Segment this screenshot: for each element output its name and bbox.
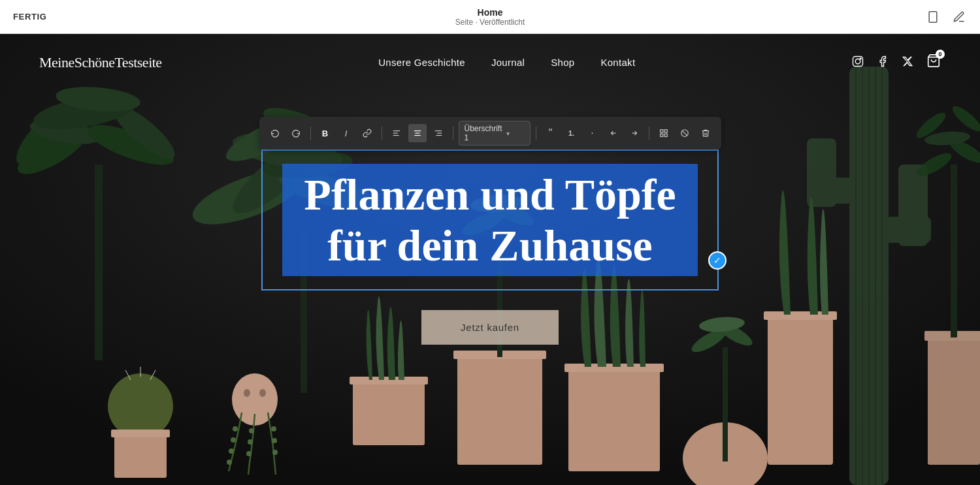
svg-point-44 — [244, 389, 250, 397]
nav-kontakt[interactable]: Kontakt — [600, 57, 635, 68]
svg-rect-89 — [664, 130, 667, 133]
align-left-button[interactable] — [387, 124, 406, 142]
quote-button[interactable]: " — [542, 124, 560, 142]
nav-journal[interactable]: Journal — [491, 57, 525, 68]
svg-point-45 — [259, 389, 266, 397]
svg-point-52 — [246, 451, 252, 456]
svg-rect-88 — [660, 130, 662, 133]
toolbar-divider-1 — [310, 127, 311, 140]
undo-button[interactable] — [266, 124, 284, 142]
svg-rect-64 — [568, 367, 660, 471]
nav-shop[interactable]: Shop — [551, 57, 574, 68]
clear-format-button[interactable] — [676, 124, 694, 142]
top-bar: FERTIG Home Seite · Veröffentlicht — [0, 0, 980, 34]
heading-dropdown[interactable]: Überschrift 1 ▾ — [459, 121, 531, 146]
mobile-preview-icon[interactable] — [925, 9, 941, 25]
svg-point-47 — [231, 437, 236, 443]
delete-block-button[interactable] — [696, 124, 715, 142]
cart-icon[interactable]: 0 — [926, 54, 941, 71]
cart-badge: 0 — [936, 50, 945, 59]
svg-rect-0 — [929, 11, 937, 22]
align-center-button[interactable] — [408, 124, 427, 142]
toolbar-divider-4 — [536, 127, 536, 140]
svg-rect-58 — [457, 354, 542, 465]
instagram-icon[interactable] — [852, 55, 864, 70]
page-status: Seite · Veröffentlicht — [455, 18, 525, 27]
svg-point-48 — [229, 448, 234, 454]
hero-heading[interactable]: Pflanzen und Töpfefür dein Zuhause — [282, 164, 698, 276]
svg-point-51 — [248, 439, 253, 445]
svg-point-46 — [233, 426, 238, 431]
unordered-list-button[interactable]: · — [583, 124, 602, 142]
toolbar-divider-5 — [649, 127, 649, 140]
text-block-border[interactable]: Pflanzen und Töpfefür dein Zuhause ✓ — [261, 149, 719, 290]
facebook-icon[interactable] — [877, 55, 889, 70]
svg-rect-91 — [664, 134, 667, 136]
svg-line-93 — [681, 131, 687, 136]
hero-heading-text: Pflanzen und Töpfefür dein Zuhause — [282, 164, 698, 276]
svg-point-37 — [108, 373, 173, 439]
page-info: Home Seite · Veröffentlicht — [455, 7, 525, 27]
site-navigation: MeineSchöneTestseite Unsere Geschichte J… — [0, 34, 980, 91]
svg-rect-90 — [660, 134, 662, 136]
cta-button[interactable]: Jetzt kaufen — [421, 310, 559, 345]
redo-button[interactable] — [287, 124, 305, 142]
nav-links: Unsere Geschichte Journal Shop Kontakt — [378, 57, 635, 69]
editor-toolbar: B I Überschrift 1 ▾ " 1. · — [259, 117, 721, 149]
svg-point-55 — [272, 450, 278, 455]
text-block-wrapper: Pflanzen und Töpfefür dein Zuhause ✓ — [261, 149, 719, 290]
italic-button[interactable]: I — [337, 124, 355, 142]
site-logo[interactable]: MeineSchöneTestseite — [39, 54, 162, 71]
top-bar-right — [925, 9, 967, 25]
toolbar-divider-3 — [453, 127, 453, 140]
bold-button[interactable]: B — [316, 124, 335, 142]
svg-rect-69 — [723, 347, 728, 462]
svg-point-75 — [860, 57, 861, 59]
svg-rect-39 — [111, 430, 170, 437]
toolbar-divider-2 — [382, 127, 382, 140]
svg-rect-29 — [928, 334, 980, 465]
twitter-icon[interactable] — [902, 55, 913, 70]
indent-less-button[interactable] — [604, 124, 623, 142]
page-title: Home — [455, 7, 525, 18]
align-right-button[interactable] — [429, 124, 448, 142]
svg-point-49 — [227, 460, 232, 465]
hero-area: B I Überschrift 1 ▾ " 1. · — [0, 117, 980, 345]
indent-more-button[interactable] — [625, 124, 644, 142]
more-options-button[interactable] — [655, 124, 673, 142]
website-preview: MeineSchöneTestseite Unsere Geschichte J… — [0, 34, 980, 485]
link-button[interactable] — [358, 124, 376, 142]
nav-unsere-geschichte[interactable]: Unsere Geschichte — [378, 57, 465, 68]
svg-point-53 — [271, 426, 276, 431]
svg-rect-38 — [114, 432, 167, 478]
svg-point-74 — [855, 59, 860, 64]
confirm-check[interactable]: ✓ — [708, 251, 727, 270]
svg-rect-56 — [353, 380, 425, 445]
nav-right: 0 — [852, 54, 941, 71]
svg-point-50 — [249, 428, 254, 433]
done-button[interactable]: FERTIG — [13, 12, 47, 22]
ordered-list-button[interactable]: 1. — [563, 124, 581, 142]
edit-icon[interactable] — [951, 9, 967, 25]
svg-rect-73 — [853, 56, 862, 66]
svg-point-54 — [272, 438, 277, 443]
